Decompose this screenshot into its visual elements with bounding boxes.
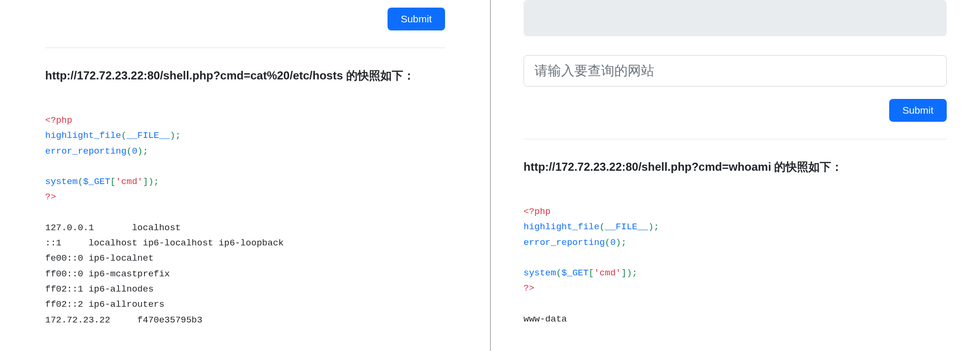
hosts-output: 127.0.0.1 localhost ::1 localhost ip6-lo… (45, 220, 445, 328)
right-pane: Submit http://172.72.23.22:80/shell.php?… (490, 0, 980, 351)
pane-divider (490, 0, 491, 351)
whoami-output: www-data (524, 312, 947, 327)
snapshot-heading-left: http://172.72.23.22:80/shell.php?cmd=cat… (45, 67, 445, 84)
gray-panel (524, 0, 947, 36)
url-input[interactable] (524, 55, 947, 87)
left-pane: Submit http://172.72.23.22:80/shell.php?… (0, 0, 490, 351)
submit-button-right[interactable]: Submit (889, 99, 947, 122)
php-code-right: <?php highlight_file(__FILE__); error_re… (524, 204, 947, 296)
submit-button-left[interactable]: Submit (388, 8, 445, 30)
php-code-left: <?php highlight_file(__FILE__); error_re… (45, 113, 445, 205)
snapshot-heading-right: http://172.72.23.22:80/shell.php?cmd=who… (524, 158, 947, 176)
